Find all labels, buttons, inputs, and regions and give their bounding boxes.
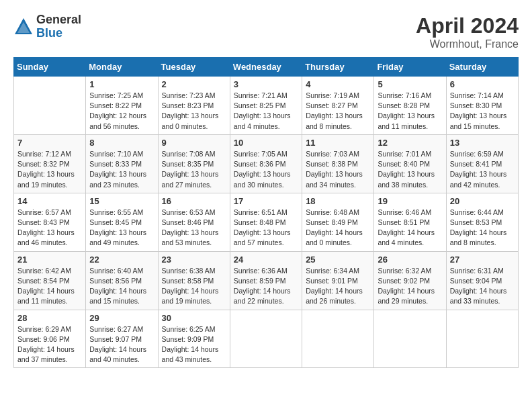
calendar-cell (302, 310, 374, 368)
day-info: Sunrise: 6:29 AM Sunset: 9:06 PM Dayligh… (17, 324, 82, 365)
day-info: Sunrise: 6:48 AM Sunset: 8:49 PM Dayligh… (306, 208, 370, 248)
day-number: 5 (378, 79, 442, 89)
day-info: Sunrise: 6:31 AM Sunset: 9:04 PM Dayligh… (450, 266, 515, 307)
day-number: 12 (378, 138, 442, 148)
calendar-cell (230, 310, 302, 368)
day-number: 13 (450, 138, 515, 148)
day-number: 23 (162, 255, 226, 265)
header-cell-thursday: Thursday (302, 58, 374, 77)
day-number: 30 (162, 313, 226, 323)
day-info: Sunrise: 7:03 AM Sunset: 8:38 PM Dayligh… (306, 149, 370, 190)
day-info: Sunrise: 6:32 AM Sunset: 9:02 PM Dayligh… (378, 266, 442, 307)
day-info: Sunrise: 7:01 AM Sunset: 8:40 PM Dayligh… (378, 149, 442, 190)
day-info: Sunrise: 6:46 AM Sunset: 8:51 PM Dayligh… (378, 208, 442, 248)
day-info: Sunrise: 6:42 AM Sunset: 8:54 PM Dayligh… (17, 266, 82, 307)
logo-icon (13, 17, 34, 37)
logo-general: General (36, 13, 81, 27)
calendar-cell (14, 77, 86, 135)
header-cell-sunday: Sunday (14, 58, 86, 77)
day-number: 15 (89, 196, 154, 206)
calendar-cell: 3Sunrise: 7:21 AM Sunset: 8:25 PM Daylig… (230, 77, 302, 135)
day-number: 17 (234, 196, 298, 206)
day-number: 24 (234, 255, 298, 265)
day-info: Sunrise: 7:16 AM Sunset: 8:28 PM Dayligh… (378, 91, 442, 132)
day-info: Sunrise: 6:53 AM Sunset: 8:46 PM Dayligh… (162, 208, 226, 248)
day-number: 19 (378, 196, 442, 206)
header-row: SundayMondayTuesdayWednesdayThursdayFrid… (14, 58, 519, 77)
day-number: 3 (234, 79, 298, 89)
day-number: 8 (89, 138, 154, 148)
day-info: Sunrise: 6:55 AM Sunset: 8:45 PM Dayligh… (89, 208, 154, 248)
calendar-table: SundayMondayTuesdayWednesdayThursdayFrid… (13, 57, 519, 368)
day-info: Sunrise: 6:40 AM Sunset: 8:56 PM Dayligh… (89, 266, 154, 307)
day-number: 10 (234, 138, 298, 148)
calendar-cell: 23Sunrise: 6:38 AM Sunset: 8:58 PM Dayli… (158, 251, 230, 310)
day-info: Sunrise: 6:59 AM Sunset: 8:41 PM Dayligh… (450, 149, 515, 190)
logo: General Blue (13, 13, 81, 40)
day-info: Sunrise: 6:51 AM Sunset: 8:48 PM Dayligh… (234, 208, 298, 248)
calendar-cell: 26Sunrise: 6:32 AM Sunset: 9:02 PM Dayli… (374, 251, 446, 310)
calendar-cell: 18Sunrise: 6:48 AM Sunset: 8:49 PM Dayli… (302, 193, 374, 251)
calendar-cell: 1Sunrise: 7:25 AM Sunset: 8:22 PM Daylig… (86, 77, 158, 135)
calendar-cell: 22Sunrise: 6:40 AM Sunset: 8:56 PM Dayli… (86, 251, 158, 310)
day-number: 26 (378, 255, 442, 265)
calendar-cell: 5Sunrise: 7:16 AM Sunset: 8:28 PM Daylig… (374, 77, 446, 135)
location-subtitle: Wormhout, France (416, 38, 519, 50)
day-info: Sunrise: 7:25 AM Sunset: 8:22 PM Dayligh… (89, 91, 154, 132)
day-info: Sunrise: 7:23 AM Sunset: 8:23 PM Dayligh… (162, 91, 226, 132)
calendar-cell: 11Sunrise: 7:03 AM Sunset: 8:38 PM Dayli… (302, 134, 374, 193)
day-number: 4 (306, 79, 370, 89)
calendar-week-3: 14Sunrise: 6:57 AM Sunset: 8:43 PM Dayli… (14, 193, 519, 251)
day-number: 2 (162, 79, 226, 89)
day-number: 22 (89, 255, 154, 265)
day-info: Sunrise: 7:12 AM Sunset: 8:32 PM Dayligh… (17, 149, 82, 190)
calendar-week-5: 28Sunrise: 6:29 AM Sunset: 9:06 PM Dayli… (14, 310, 519, 368)
day-number: 20 (450, 196, 515, 206)
day-number: 14 (17, 196, 82, 206)
header-cell-tuesday: Tuesday (158, 58, 230, 77)
day-info: Sunrise: 7:10 AM Sunset: 8:33 PM Dayligh… (89, 149, 154, 190)
header-cell-saturday: Saturday (446, 58, 518, 77)
day-info: Sunrise: 6:57 AM Sunset: 8:43 PM Dayligh… (17, 208, 82, 248)
day-number: 7 (17, 138, 82, 148)
calendar-header: SundayMondayTuesdayWednesdayThursdayFrid… (14, 58, 519, 77)
calendar-cell: 9Sunrise: 7:08 AM Sunset: 8:35 PM Daylig… (158, 134, 230, 193)
day-info: Sunrise: 6:36 AM Sunset: 8:59 PM Dayligh… (234, 266, 298, 307)
logo-text: General Blue (36, 13, 81, 40)
day-info: Sunrise: 6:25 AM Sunset: 9:09 PM Dayligh… (162, 324, 226, 365)
calendar-cell: 6Sunrise: 7:14 AM Sunset: 8:30 PM Daylig… (446, 77, 518, 135)
calendar-cell: 21Sunrise: 6:42 AM Sunset: 8:54 PM Dayli… (14, 251, 86, 310)
day-info: Sunrise: 6:44 AM Sunset: 8:53 PM Dayligh… (450, 208, 515, 248)
day-number: 25 (306, 255, 370, 265)
day-info: Sunrise: 6:34 AM Sunset: 9:01 PM Dayligh… (306, 266, 370, 307)
day-number: 29 (89, 313, 154, 323)
calendar-cell (446, 310, 518, 368)
calendar-cell: 12Sunrise: 7:01 AM Sunset: 8:40 PM Dayli… (374, 134, 446, 193)
month-year-title: April 2024 (416, 13, 519, 38)
calendar-cell: 7Sunrise: 7:12 AM Sunset: 8:32 PM Daylig… (14, 134, 86, 193)
calendar-cell: 24Sunrise: 6:36 AM Sunset: 8:59 PM Dayli… (230, 251, 302, 310)
calendar-cell: 16Sunrise: 6:53 AM Sunset: 8:46 PM Dayli… (158, 193, 230, 251)
calendar-cell: 10Sunrise: 7:05 AM Sunset: 8:36 PM Dayli… (230, 134, 302, 193)
day-number: 18 (306, 196, 370, 206)
calendar-cell: 25Sunrise: 6:34 AM Sunset: 9:01 PM Dayli… (302, 251, 374, 310)
calendar-cell: 13Sunrise: 6:59 AM Sunset: 8:41 PM Dayli… (446, 134, 518, 193)
calendar-cell: 17Sunrise: 6:51 AM Sunset: 8:48 PM Dayli… (230, 193, 302, 251)
calendar-cell: 19Sunrise: 6:46 AM Sunset: 8:51 PM Dayli… (374, 193, 446, 251)
title-section: April 2024 Wormhout, France (416, 13, 519, 50)
page-header: General Blue April 2024 Wormhout, France (13, 13, 519, 50)
header-cell-monday: Monday (86, 58, 158, 77)
day-info: Sunrise: 7:14 AM Sunset: 8:30 PM Dayligh… (450, 91, 515, 132)
calendar-cell: 14Sunrise: 6:57 AM Sunset: 8:43 PM Dayli… (14, 193, 86, 251)
day-info: Sunrise: 6:38 AM Sunset: 8:58 PM Dayligh… (162, 266, 226, 307)
calendar-cell (374, 310, 446, 368)
day-number: 11 (306, 138, 370, 148)
calendar-week-2: 7Sunrise: 7:12 AM Sunset: 8:32 PM Daylig… (14, 134, 519, 193)
calendar-cell: 30Sunrise: 6:25 AM Sunset: 9:09 PM Dayli… (158, 310, 230, 368)
day-info: Sunrise: 6:27 AM Sunset: 9:07 PM Dayligh… (89, 324, 154, 365)
header-cell-wednesday: Wednesday (230, 58, 302, 77)
day-number: 16 (162, 196, 226, 206)
calendar-cell: 29Sunrise: 6:27 AM Sunset: 9:07 PM Dayli… (86, 310, 158, 368)
calendar-cell: 20Sunrise: 6:44 AM Sunset: 8:53 PM Dayli… (446, 193, 518, 251)
day-number: 28 (17, 313, 82, 323)
